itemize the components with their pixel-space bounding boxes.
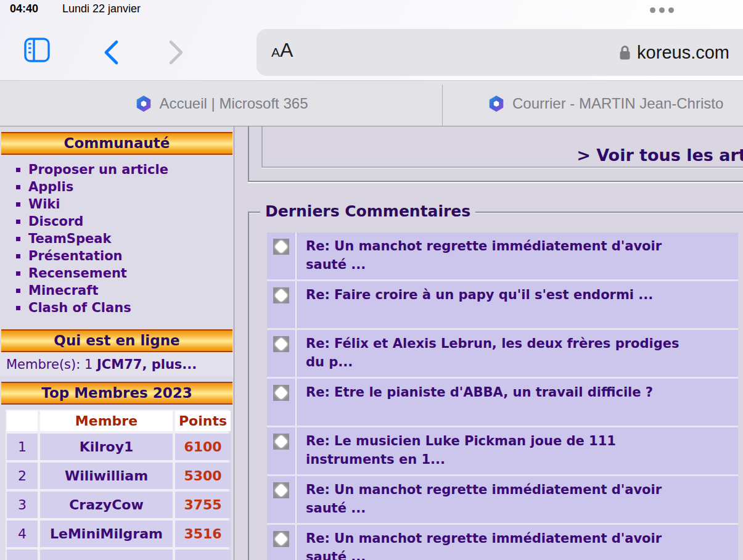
tab-courrier-martin[interactable]: Courrier - MARTIN Jean-Christo: [443, 81, 743, 126]
see-all-articles-link[interactable]: > Voir tous les artic: [577, 146, 743, 165]
comment-line-1: Re: Etre le pianiste d'ABBA, un travail …: [306, 383, 653, 401]
menu-item-label: TeamSpeak: [28, 231, 111, 246]
comment-diamond-icon: [273, 482, 289, 498]
member-name-link[interactable]: CrazyCow: [40, 492, 173, 518]
comment-diamond-icon: [273, 287, 289, 303]
comments-list: Re: Un manchot regrette immédiatement d'…: [267, 233, 738, 560]
online-member-link[interactable]: JCM77: [97, 357, 142, 372]
menu-item-label: Applis: [28, 179, 73, 194]
online-header: Qui est en ligne: [1, 329, 232, 352]
menu-item-label: Wiki: [28, 197, 60, 212]
member-row: [7, 550, 228, 560]
member-row: 2 Wiliwilliam 5300: [7, 463, 228, 489]
tab-bar: Accueil | Microsoft 365 Courrier - MARTI…: [0, 80, 743, 126]
member-points: 5300: [175, 463, 231, 489]
menu-item-link[interactable]: Clash of Clans: [16, 299, 230, 316]
community-header: Communauté: [1, 132, 232, 155]
reader-a-big: A: [280, 40, 293, 60]
lock-icon: [618, 44, 631, 61]
member-name-link[interactable]: LeMiniMilgram: [40, 521, 173, 547]
comment-line-2: sauté ...: [306, 499, 662, 517]
online-prefix: Membre(s): 1: [6, 357, 97, 372]
reader-a-small: A: [271, 45, 280, 60]
square-bullet-icon: [16, 237, 20, 241]
online-status: Membre(s): 1 JCM77, plus...: [0, 352, 234, 376]
menu-item-label: Présentation: [28, 249, 123, 263]
comment-line-2: instruments en 1...: [306, 450, 616, 469]
comment-icon-cell: [267, 281, 297, 328]
status-bar: 04:40 Lundi 22 janvier: [0, 0, 743, 19]
members-table-body: 1 Kilroy1 6100 2 Wiliwilliam 5300 3 Craz…: [7, 434, 228, 560]
menu-item-link[interactable]: Proposer un article: [16, 161, 230, 178]
online-more-link[interactable]: , plus...: [142, 357, 197, 372]
comment-line-1: Re: Un manchot regrette immédiatement d'…: [306, 529, 662, 548]
square-bullet-icon: [16, 254, 20, 258]
articles-section-bottom: > Voir tous les artic: [248, 126, 743, 182]
member-row: 3 CrazyCow 3755: [7, 492, 228, 518]
square-bullet-icon: [16, 168, 20, 172]
member-rank: 4: [7, 521, 38, 547]
menu-item-link[interactable]: Présentation: [16, 247, 230, 265]
menu-item-link[interactable]: Recensement: [16, 265, 230, 282]
status-date: Lundi 22 janvier: [62, 2, 141, 15]
member-name-link[interactable]: [40, 550, 173, 560]
member-rank: 2: [7, 463, 38, 489]
comment-link[interactable]: Re: Le musicien Luke Pickman joue de 111…: [297, 427, 618, 474]
member-name-link[interactable]: Wiliwilliam: [40, 463, 173, 489]
points-header-cell: Points: [175, 411, 231, 431]
members-table-header-row: Membre Points: [7, 411, 228, 431]
comment-line-2: sauté ...: [306, 548, 662, 560]
back-button[interactable]: [102, 39, 120, 68]
square-bullet-icon: [16, 271, 20, 276]
comment-link[interactable]: Re: Faire croire à un papy qu'il s'est e…: [297, 281, 655, 328]
member-row: 4 LeMiniMilgram 3516: [7, 521, 228, 547]
comment-diamond-icon: [273, 434, 289, 450]
members-table: Membre Points 1 Kilroy1 6100 2 Wiliwilli…: [6, 410, 229, 560]
menu-item-link[interactable]: Minecraft: [16, 282, 230, 299]
address-bar[interactable]: AA koreus.com: [257, 29, 743, 76]
community-menu: Proposer un article Applis Wiki Discord: [0, 155, 234, 324]
menu-item-link[interactable]: TeamSpeak: [16, 230, 230, 247]
comment-link[interactable]: Re: Un manchot regrette immédiatement d'…: [297, 525, 664, 560]
comments-fieldset-left-border: [248, 212, 249, 560]
tab-label: Courrier - MARTIN Jean-Christo: [512, 95, 723, 112]
member-rank: 1: [7, 434, 38, 460]
sidebar-icon: [23, 37, 51, 63]
menu-item-link[interactable]: Discord: [16, 213, 230, 230]
microsoft365-logo-icon: [134, 94, 153, 113]
url-display[interactable]: koreus.com: [618, 29, 729, 76]
member-points: [175, 550, 231, 560]
comment-link[interactable]: Re: Un manchot regrette immédiatement d'…: [297, 233, 664, 279]
square-bullet-icon: [16, 306, 20, 310]
member-row: 1 Kilroy1 6100: [7, 434, 228, 460]
rank-header-cell: [7, 411, 38, 431]
comment-link[interactable]: Re: Félix et Alexis Lebrun, les deux frè…: [297, 330, 681, 377]
sidebar: Communauté Proposer un article Applis Wi…: [0, 126, 234, 560]
square-bullet-icon: [16, 220, 20, 224]
menu-item-link[interactable]: Wiki: [16, 196, 230, 213]
comment-row: Re: Le musicien Luke Pickman joue de 111…: [267, 427, 738, 474]
comment-link[interactable]: Re: Un manchot regrette immédiatement d'…: [297, 476, 664, 523]
comment-row: Re: Faire croire à un papy qu'il s'est e…: [267, 281, 738, 328]
reader-button[interactable]: AA: [271, 29, 293, 87]
member-points: 6100: [175, 434, 231, 460]
comment-icon-cell: [267, 379, 297, 426]
member-points: 3755: [175, 492, 231, 518]
tab-accueil-microsoft365[interactable]: Accueil | Microsoft 365: [0, 81, 442, 126]
comment-diamond-icon: [273, 239, 289, 255]
menu-item-label: Minecraft: [28, 283, 98, 298]
microsoft365-logo-icon: [487, 94, 506, 113]
safari-toolbar: AA koreus.com: [0, 19, 743, 80]
stage-manager-dots-icon[interactable]: [650, 7, 674, 13]
member-header-cell: Membre: [40, 411, 173, 431]
comment-diamond-icon: [273, 531, 289, 547]
member-name-link[interactable]: Kilroy1: [40, 434, 173, 460]
square-bullet-icon: [16, 185, 20, 189]
sidebar-toggle-button[interactable]: [23, 37, 51, 65]
forward-button[interactable]: [168, 39, 185, 68]
comment-link[interactable]: Re: Etre le pianiste d'ABBA, un travail …: [297, 379, 655, 426]
articles-inner-box: > Voir tous les artic: [261, 126, 743, 168]
comment-line-2: sauté ...: [306, 255, 662, 274]
comment-row: Re: Un manchot regrette immédiatement d'…: [267, 476, 738, 523]
menu-item-link[interactable]: Applis: [16, 178, 230, 196]
